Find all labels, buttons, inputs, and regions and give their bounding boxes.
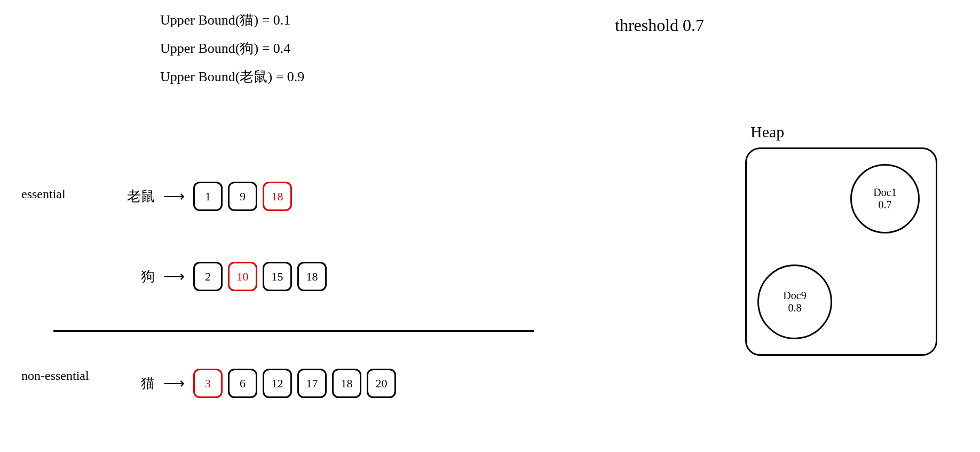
mao-box-6: 6 — [228, 369, 257, 398]
heap-title: Heap — [750, 123, 948, 141]
upper-bounds-section: Upper Bound(猫) = 0.1 Upper Bound(狗) = 0.… — [160, 11, 304, 86]
heap-node-doc1: Doc1 0.7 — [850, 164, 920, 233]
heap-node-doc9-score: 0.8 — [788, 302, 802, 314]
row-gou: 狗 ⟶ 2 10 15 18 — [123, 262, 327, 291]
gou-box-10: 10 — [228, 262, 257, 291]
heap-node-doc1-label: Doc1 — [873, 186, 896, 199]
mao-box-20: 20 — [367, 369, 396, 398]
term-gou: 狗 — [123, 267, 155, 286]
upper-bound-mao: Upper Bound(猫) = 0.1 — [160, 11, 304, 29]
gou-box-15: 15 — [263, 262, 292, 291]
non-essential-label: non-essential — [21, 369, 89, 383]
term-laoshu: 老鼠 — [123, 187, 155, 206]
arrow-mao: ⟶ — [163, 375, 185, 392]
mao-box-12: 12 — [263, 369, 292, 398]
laoshu-box-18: 18 — [263, 182, 292, 211]
arrow-gou: ⟶ — [163, 268, 185, 285]
heap-section: Heap Doc1 0.7 Doc9 0.8 — [745, 123, 948, 356]
term-mao: 猫 — [123, 374, 155, 393]
mao-box-17: 17 — [297, 369, 327, 398]
upper-bound-laoshu: Upper Bound(老鼠) = 0.9 — [160, 67, 304, 86]
heap-node-doc1-score: 0.7 — [879, 199, 892, 211]
mao-box-3: 3 — [193, 369, 223, 398]
gou-box-18: 18 — [297, 262, 327, 291]
row-mao: 猫 ⟶ 3 6 12 17 18 20 — [123, 369, 396, 398]
arrow-laoshu: ⟶ — [163, 188, 185, 205]
section-divider — [53, 330, 534, 332]
heap-node-doc9-label: Doc9 — [783, 290, 806, 302]
upper-bound-gou: Upper Bound(狗) = 0.4 — [160, 39, 304, 58]
laoshu-box-9: 9 — [228, 182, 257, 211]
essential-label: essential — [21, 187, 66, 201]
mao-box-18: 18 — [332, 369, 361, 398]
gou-box-2: 2 — [193, 262, 223, 291]
threshold-label: threshold 0.7 — [615, 15, 704, 35]
row-laoshu: 老鼠 ⟶ 1 9 18 — [123, 182, 292, 211]
laoshu-box-1: 1 — [193, 182, 223, 211]
heap-container: Doc1 0.7 Doc9 0.8 — [745, 147, 937, 356]
heap-node-doc9: Doc9 0.8 — [757, 264, 832, 339]
